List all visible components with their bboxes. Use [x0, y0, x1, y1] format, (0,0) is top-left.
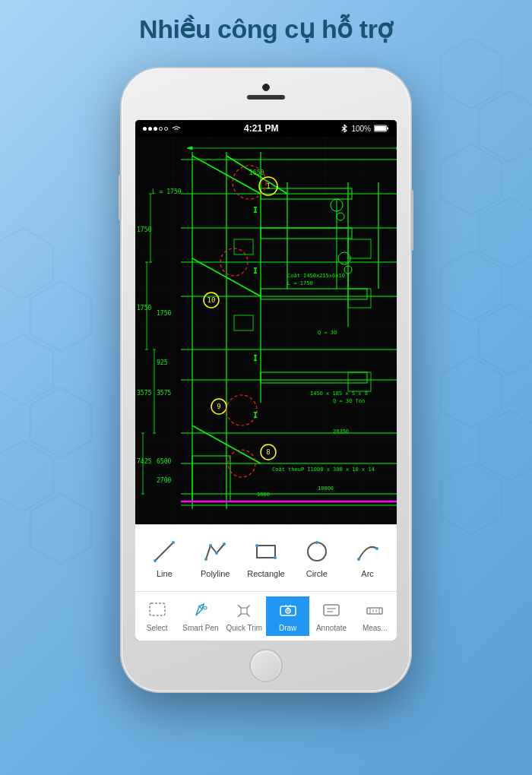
signal-icon [143, 127, 168, 131]
svg-text:20350: 20350 [333, 429, 349, 435]
svg-point-135 [315, 541, 318, 544]
svg-rect-16 [375, 126, 386, 131]
svg-text:L = 1750: L = 1750 [287, 280, 313, 286]
circle-label: Circle [306, 569, 328, 578]
svg-marker-4 [441, 251, 502, 321]
svg-text:3575: 3575 [137, 390, 151, 397]
measure-label: Meas... [363, 624, 388, 632]
svg-text:L = 1750: L = 1750 [152, 188, 182, 195]
draw-toolbar: Line Polyline [135, 524, 397, 591]
rectangle-label: Rectangle [247, 569, 285, 578]
svg-marker-9 [0, 228, 53, 299]
arc-label: Arc [361, 569, 374, 578]
svg-text:I: I [253, 206, 258, 214]
svg-marker-11 [0, 334, 53, 405]
page-title: Nhiều công cụ hỗ trợ [0, 14, 532, 44]
svg-marker-3 [479, 198, 532, 268]
svg-text:1750: 1750 [137, 226, 151, 233]
svg-marker-5 [479, 304, 532, 375]
draw-icon [277, 600, 299, 622]
svg-point-127 [204, 558, 207, 561]
svg-point-134 [308, 542, 326, 561]
draw-label: Draw [279, 624, 296, 632]
phone-camera [247, 84, 285, 100]
arc-icon [354, 538, 382, 565]
bottom-navigation: Select Smart Pen [135, 591, 397, 641]
svg-text:6500: 6500 [157, 458, 171, 465]
line-label: Line [157, 569, 173, 578]
svg-text:I: I [253, 354, 258, 362]
svg-point-126 [172, 541, 175, 544]
svg-point-143 [287, 610, 289, 612]
polyline-tool[interactable]: Polyline [195, 538, 236, 578]
svg-rect-140 [241, 608, 247, 614]
svg-text:7425: 7425 [137, 458, 151, 465]
svg-text:1650: 1650 [249, 169, 264, 176]
pen-icon [190, 600, 211, 622]
svg-text:Q = 30 Ton: Q = 30 Ton [333, 398, 365, 404]
svg-text:2700: 2700 [157, 477, 171, 484]
svg-marker-1 [479, 91, 532, 162]
smart-pen-label: Smart Pen [182, 624, 218, 632]
select-icon [147, 600, 168, 622]
status-right: 100% [340, 124, 389, 133]
measure-nav-item[interactable]: Meas... [353, 596, 397, 636]
annotate-icon [321, 600, 342, 622]
polyline-icon [201, 538, 229, 565]
svg-point-132 [255, 544, 258, 547]
svg-point-129 [215, 552, 218, 555]
svg-marker-12 [30, 388, 91, 458]
svg-text:I: I [253, 267, 258, 275]
arc-tool[interactable]: Arc [347, 538, 388, 578]
svg-marker-0 [441, 38, 502, 109]
status-bar: 4:21 PM 100% [135, 120, 397, 137]
svg-rect-138 [150, 603, 165, 615]
select-nav-item[interactable]: Select [135, 596, 179, 636]
svg-text:10: 10 [207, 296, 216, 304]
power-button [410, 190, 413, 251]
svg-point-133 [274, 556, 277, 559]
svg-rect-149 [367, 608, 382, 614]
phone-mockup: 4:21 PM 100% [122, 68, 410, 691]
status-left [143, 125, 182, 132]
svg-text:Q = 30: Q = 30 [318, 330, 337, 336]
rectangle-tool[interactable]: Rectangle [245, 538, 287, 578]
dot5 [164, 127, 168, 131]
svg-text:Coăt theuP I1000 x 300 x 10 x : Coăt theuP I1000 x 300 x 10 x 14 [272, 467, 375, 473]
select-label: Select [147, 624, 168, 632]
measure-icon [364, 600, 385, 622]
cad-drawing-area[interactable]: L = 1750 1750 1750 1750 3575 3575 925 74… [135, 137, 397, 532]
svg-marker-14 [30, 494, 91, 565]
smart-pen-nav-item[interactable]: Smart Pen [179, 596, 222, 636]
phone-shell: 4:21 PM 100% [122, 68, 410, 691]
line-icon [150, 538, 178, 565]
svg-marker-13 [0, 441, 53, 511]
speaker-grill [247, 95, 285, 100]
bluetooth-icon [340, 124, 348, 133]
camera-lens [262, 84, 270, 91]
phone-screen: 4:21 PM 100% [135, 120, 397, 641]
svg-point-136 [357, 558, 360, 561]
line-tool[interactable]: Line [144, 538, 185, 578]
home-button[interactable] [249, 649, 283, 682]
circle-icon [303, 538, 331, 565]
draw-nav-item[interactable]: Draw [266, 596, 309, 636]
svg-point-130 [223, 542, 226, 546]
polyline-label: Polyline [201, 569, 230, 578]
svg-text:1750: 1750 [137, 305, 151, 312]
trim-icon [233, 600, 255, 622]
annotate-nav-item[interactable]: Annotate [309, 596, 353, 636]
svg-rect-131 [257, 546, 275, 558]
circle-tool[interactable]: Circle [296, 538, 337, 578]
svg-point-137 [375, 547, 378, 550]
svg-text:925: 925 [157, 359, 168, 366]
svg-marker-10 [30, 281, 91, 352]
svg-text:1000: 1000 [257, 492, 270, 498]
svg-rect-17 [387, 128, 388, 130]
dot4 [159, 127, 163, 131]
svg-text:1750: 1750 [157, 310, 171, 317]
dot3 [154, 127, 157, 131]
quick-trim-nav-item[interactable]: Quick Trim [223, 596, 266, 636]
rectangle-icon [252, 538, 280, 565]
svg-text:3575: 3575 [157, 390, 171, 397]
